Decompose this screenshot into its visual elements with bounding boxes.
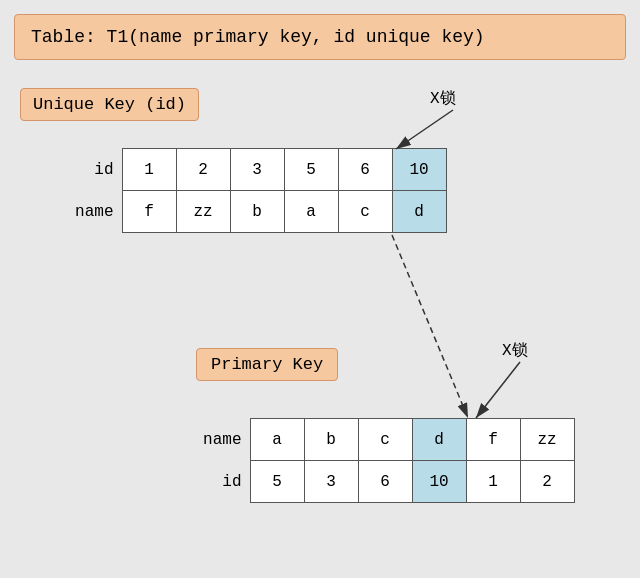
arrow-bottom [476, 362, 520, 418]
unique-row-name-header: name [68, 191, 122, 233]
primary-cell: zz [520, 419, 574, 461]
table-primary: name a b c d f zz id 5 3 6 10 1 2 [196, 418, 575, 503]
unique-cell: c [338, 191, 392, 233]
arrow-dashed [392, 235, 468, 418]
unique-cell: 2 [176, 149, 230, 191]
table-unique: id 1 2 3 5 6 10 name f zz b a c d [68, 148, 447, 233]
primary-row-name-header: name [196, 419, 250, 461]
primary-cell-highlight: 10 [412, 461, 466, 503]
unique-cell-highlight: d [392, 191, 446, 233]
primary-row-id-header: id [196, 461, 250, 503]
unique-key-label: Unique Key (id) [20, 88, 199, 121]
primary-cell: b [304, 419, 358, 461]
x-lock-top-label: X锁 [430, 88, 456, 109]
unique-cell: 6 [338, 149, 392, 191]
primary-cell-highlight: d [412, 419, 466, 461]
unique-cell: 3 [230, 149, 284, 191]
unique-cell-highlight: 10 [392, 149, 446, 191]
x-lock-bottom-label: X锁 [502, 340, 528, 361]
primary-cell: f [466, 419, 520, 461]
title-text: Table: T1(name primary key, id unique ke… [31, 27, 485, 47]
unique-cell: 1 [122, 149, 176, 191]
unique-cell: f [122, 191, 176, 233]
primary-cell: 5 [250, 461, 304, 503]
unique-cell: 5 [284, 149, 338, 191]
primary-cell: c [358, 419, 412, 461]
unique-cell: zz [176, 191, 230, 233]
title-box: Table: T1(name primary key, id unique ke… [14, 14, 626, 60]
arrow-top [396, 110, 453, 149]
primary-cell: 2 [520, 461, 574, 503]
primary-key-label: Primary Key [196, 348, 338, 381]
primary-cell: 1 [466, 461, 520, 503]
primary-cell: 3 [304, 461, 358, 503]
unique-row-id-header: id [68, 149, 122, 191]
unique-cell: a [284, 191, 338, 233]
primary-cell: a [250, 419, 304, 461]
primary-cell: 6 [358, 461, 412, 503]
unique-cell: b [230, 191, 284, 233]
